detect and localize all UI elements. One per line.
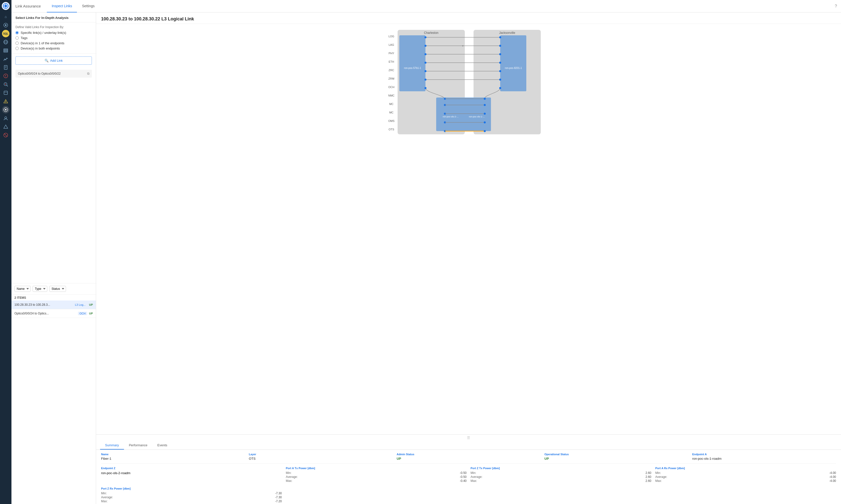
svg-rect-9 (4, 49, 8, 50)
items-list: 100.28.30.23 to 100.28.3... L3 Log... UP… (12, 301, 96, 504)
list-item-type-1: OCH (78, 312, 87, 315)
radio-device-one[interactable]: Device(s) in 1 of the endpoints (15, 41, 92, 45)
sidebar-icon-user[interactable] (2, 114, 10, 122)
svg-point-29 (5, 109, 6, 110)
diagram-area[interactable]: LOG LAG PHY ETH ZRC ZRM OCH NMC MC MC OM… (96, 24, 841, 434)
svg-text:MC: MC (389, 103, 393, 106)
tab-inspect-links[interactable]: Inspect Links (47, 0, 77, 13)
tab-events[interactable]: Events (152, 441, 172, 450)
add-link-label: Add Link (50, 59, 63, 62)
dot-log-left (424, 36, 426, 38)
node-ron-poc-57b1-1[interactable] (399, 35, 425, 91)
app-logo[interactable] (2, 2, 10, 10)
metric-port-a-rx-label: Port A Rx Power [dbm] (655, 467, 836, 470)
sidebar-icon-home[interactable]: ⌂ (2, 13, 10, 20)
detail-content: Name Fiber-1 Layer OTS Admin Status UP (96, 450, 841, 504)
main-area: Link Assurance Inspect Links Settings ? … (12, 0, 841, 504)
sidebar-icon-book[interactable] (2, 64, 10, 71)
sidebar-icon-sql[interactable]: SQL (2, 30, 10, 37)
tab-performance[interactable]: Performance (124, 441, 152, 450)
app-title: Link Assurance (15, 4, 41, 8)
metric-endpoint-z-label: Endpoint Z (101, 467, 282, 470)
list-item-1[interactable]: Optics0/0/0/24 to Optics... OCH UP (12, 309, 96, 318)
metric-port-z-tx-min: Min: 2.60 (471, 471, 651, 475)
bottom-detail: ⠿ Summary Performance Events Name Fiber-… (96, 434, 841, 504)
svg-text:OTS: OTS (389, 128, 395, 131)
metric-port-z-tx-min-value: 2.60 (646, 471, 651, 475)
metric-port-z-rx-avg: Average: -7.30 (101, 496, 282, 499)
sidebar-icon-triangle-alert[interactable] (2, 97, 10, 105)
metric-port-z-tx-max-value: 2.60 (646, 479, 651, 483)
svg-point-50 (424, 45, 426, 47)
node-ron-poc-ols-2[interactable] (436, 97, 465, 131)
metric-port-a-rx-avg-value: -4.00 (829, 475, 836, 479)
list-item-name-1: Optics0/0/0/24 to Optics... (14, 312, 76, 315)
type-filter-select[interactable]: Type (33, 286, 47, 292)
field-endpoint-a: Endpoint A ron-poc-ols-1-roadm (692, 453, 836, 461)
svg-text:LAG: LAG (389, 43, 394, 46)
svg-text:LOG: LOG (388, 35, 394, 38)
tab-settings[interactable]: Settings (77, 0, 100, 13)
svg-point-18 (5, 77, 6, 77)
metric-port-z-rx-min-value: -7.30 (275, 491, 282, 495)
metric-port-a-tx-min-value: -0.50 (460, 471, 467, 475)
metric-port-a-rx: Port A Rx Power [dbm] Min: -4.00 Average… (655, 467, 836, 483)
svg-text:▼: ▼ (461, 44, 464, 47)
summary-grid: Name Fiber-1 Layer OTS Admin Status UP (101, 453, 836, 461)
svg-point-66 (499, 87, 501, 89)
svg-text:ron-poc-57b1-1: ron-poc-57b1-1 (404, 67, 421, 69)
row-labels: LOG LAG PHY ETH ZRC ZRM OCH NMC MC MC OM… (388, 35, 395, 131)
svg-point-71 (484, 98, 486, 100)
svg-point-80 (484, 121, 486, 123)
radio-specific[interactable]: Specific link(s) / underlay link(s) (15, 31, 92, 35)
detail-tabs: Summary Performance Events (96, 441, 841, 450)
sidebar-icon-link-assurance[interactable] (2, 106, 10, 113)
name-filter-select[interactable]: Name (14, 286, 31, 292)
list-item-type-0: L3 Log... (73, 303, 87, 306)
metric-port-z-tx: Port Z Tx Power [dbm] Min: 2.60 Average:… (471, 467, 651, 483)
metric-port-a-tx-avg: Average: -0.50 (286, 475, 467, 479)
status-filter-select[interactable]: Status (49, 286, 66, 292)
radio-device-both[interactable]: Device(s) in both endpoints (15, 47, 92, 50)
drag-handle[interactable]: ⠿ (96, 435, 841, 441)
metric-port-z-rx-max: Max: -7.20 (101, 500, 282, 503)
field-operational-status: Operational Status UP (544, 453, 688, 461)
sidebar-icon-chart[interactable] (2, 55, 10, 63)
metric-port-z-rx-min: Min: -7.30 (101, 491, 282, 495)
metric-port-a-rx-min: Min: -4.00 (655, 471, 836, 475)
list-item-0[interactable]: 100.28.30.23 to 100.28.3... L3 Log... UP (12, 301, 96, 309)
sidebar-icon-box[interactable] (2, 89, 10, 96)
node-ron-poc-8201-1[interactable] (500, 35, 526, 91)
node-ron-poc-ols-1[interactable] (462, 97, 491, 131)
metric-port-a-tx-min: Min: -0.50 (286, 471, 467, 475)
sidebar-icon-alert[interactable] (2, 72, 10, 79)
help-icon[interactable]: ? (835, 4, 837, 8)
sidebar-icon-search-zoom[interactable] (2, 80, 10, 88)
tab-summary[interactable]: Summary (100, 441, 124, 450)
svg-point-77 (484, 113, 486, 115)
svg-point-61 (499, 70, 501, 72)
svg-text:ETH: ETH (389, 60, 394, 63)
svg-point-5 (5, 24, 6, 26)
metric-port-a-tx-label: Port A Tx Power [dbm] (286, 467, 467, 470)
left-panel-header: Select Links For In-Depth Analysis (12, 13, 96, 22)
sidebar-icon-warning2[interactable] (2, 123, 10, 130)
radio-group: Specific link(s) / underlay link(s) Tags… (15, 31, 92, 50)
radio-tags[interactable]: Tags (15, 36, 92, 40)
metric-port-z-tx-label: Port Z Tx Power [dbm] (471, 467, 651, 470)
field-name: Name Fiber-1 (101, 453, 245, 461)
metric-port-a-rx-avg-label: Average: (655, 475, 667, 479)
copy-icon[interactable]: ⧉ (87, 72, 89, 76)
search-icon: 🔍 (45, 59, 49, 62)
sidebar-icon-globe[interactable] (2, 38, 10, 46)
svg-point-82 (484, 130, 486, 132)
sidebar-icon-dashboard[interactable] (2, 21, 10, 29)
svg-marker-31 (4, 125, 8, 128)
items-count: 2 ITEMS (12, 294, 96, 301)
add-link-button[interactable]: 🔍 Add Link (15, 56, 92, 65)
svg-point-64 (499, 78, 501, 80)
svg-point-74 (484, 104, 486, 106)
svg-rect-10 (4, 50, 8, 51)
sidebar-icon-ban[interactable] (2, 131, 10, 139)
sidebar-icon-layers[interactable] (2, 47, 10, 54)
